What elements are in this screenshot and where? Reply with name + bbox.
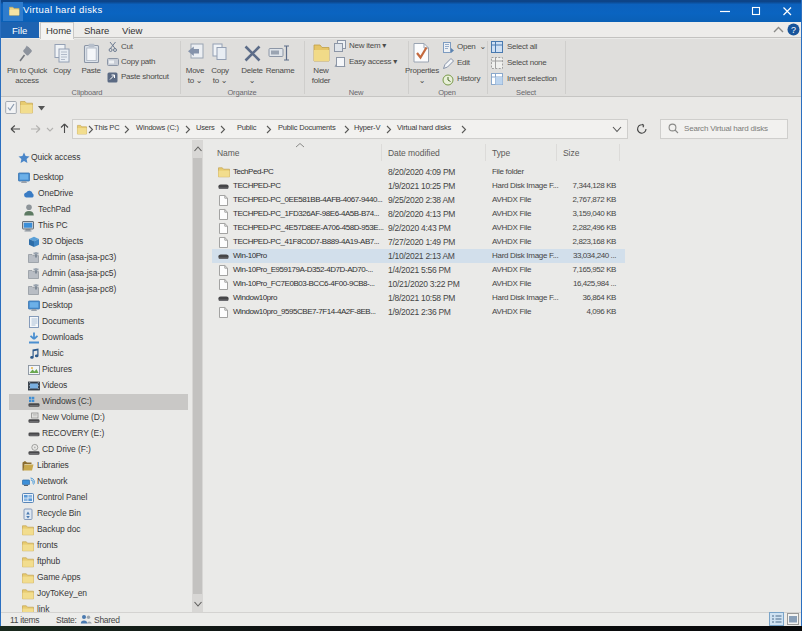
svg-text:?: ? xyxy=(791,25,796,35)
